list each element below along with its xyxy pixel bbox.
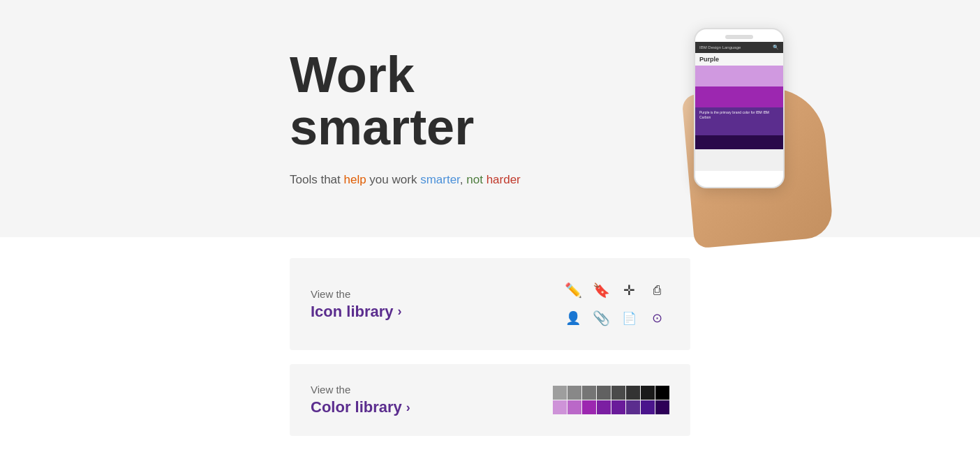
color-library-chevron: › [406, 400, 410, 415]
bookmark-icon: 🔖 [588, 278, 614, 303]
print-icon: ⎙ [644, 278, 669, 303]
color-cell [641, 386, 655, 400]
color-library-card-left: View the Color library › [311, 384, 410, 416]
phone-screen: IBM Design Language 🔍 Purple Purple is t… [695, 42, 783, 171]
icon-library-view-label: View the [311, 288, 402, 300]
move-icon: ✛ [616, 278, 641, 303]
icon-library-link[interactable]: Icon library › [311, 303, 402, 321]
color-cell [626, 400, 640, 414]
color-cell [641, 400, 655, 414]
phone-search-icon: 🔍 [773, 45, 779, 50]
color-library-link[interactable]: Color library › [311, 398, 410, 416]
hero-subtitle: Tools that help you work smarter, not ha… [290, 171, 521, 189]
phone-info-block: Purple is the primary brand color for IB… [695, 107, 783, 135]
phone-screen-header: IBM Design Language 🔍 [695, 42, 783, 53]
color-library-card: View the Color library › [290, 364, 690, 436]
color-cell [626, 386, 640, 400]
phone-color-mid [695, 86, 783, 107]
color-cell [597, 386, 611, 400]
color-cell [567, 386, 581, 400]
phone-purple-label: Purple [695, 53, 783, 66]
color-cell [655, 400, 669, 414]
color-cell [611, 386, 625, 400]
icon-library-link-text: Icon library [311, 303, 394, 321]
color-library-link-text: Color library [311, 398, 402, 416]
phone-mockup: IBM Design Language 🔍 Purple Purple is t… [694, 28, 785, 188]
color-cell [567, 400, 581, 414]
phone-screen-title-text: IBM Design Language [699, 45, 741, 50]
icon-library-card-left: View the Icon library › [311, 288, 402, 321]
paperclip-icon: 📎 [588, 306, 614, 331]
document-icon: 📄 [616, 306, 641, 331]
phone-dark-block [695, 135, 783, 149]
color-cell [553, 386, 567, 400]
icon-grid: ✏️ 🔖 ✛ ⎙ 👤 📎 📄 ⊙ [560, 278, 669, 331]
color-cell [582, 400, 596, 414]
hero-text-block: Work smarter Tools that help you work sm… [290, 49, 521, 189]
color-grid [553, 386, 669, 414]
hero-section: Work smarter Tools that help you work sm… [0, 0, 980, 237]
phone-notch [725, 35, 753, 39]
color-cell [582, 386, 596, 400]
icon-library-card: View the Icon library › ✏️ 🔖 ✛ ⎙ 👤 📎 📄 ⊙ [290, 258, 690, 350]
color-cell [611, 400, 625, 414]
color-library-view-label: View the [311, 384, 410, 395]
hero-phone-illustration: IBM Design Language 🔍 Purple Purple is t… [673, 21, 840, 230]
phone-color-light [695, 66, 783, 86]
main-content: View the Icon library › ✏️ 🔖 ✛ ⎙ 👤 📎 📄 ⊙… [0, 237, 980, 471]
settings-wheel-icon: ⊙ [644, 306, 669, 331]
phone-info-text: Purple is the primary brand color for IB… [699, 110, 779, 120]
color-cell [553, 400, 567, 414]
pencil-icon: ✏️ [560, 278, 586, 303]
color-cell [655, 386, 669, 400]
color-cell [597, 400, 611, 414]
hero-title: Work smarter [290, 49, 521, 154]
icon-library-chevron: › [398, 304, 402, 319]
person-icon: 👤 [560, 306, 586, 331]
